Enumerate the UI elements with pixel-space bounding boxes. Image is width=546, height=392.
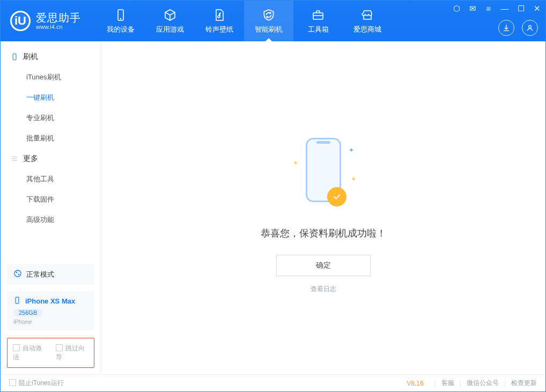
- nav-store[interactable]: 爱思商城: [343, 1, 392, 41]
- sidebar-section-label: 刷机: [23, 52, 38, 62]
- list-icon: [10, 154, 19, 163]
- download-button[interactable]: [498, 20, 514, 36]
- feedback-icon[interactable]: ✉: [468, 4, 477, 13]
- logo[interactable]: iU 爱思助手 www.i4.cn: [1, 11, 91, 31]
- svg-rect-8: [16, 297, 19, 304]
- footer: 阻止iTunes运行 V8.16 | 客服 | 微信公众号 | 检查更新: [1, 374, 545, 391]
- device-type: iPhone: [13, 319, 32, 325]
- sidebar-item-download-firmware[interactable]: 下载固件: [1, 189, 101, 210]
- svg-rect-4: [13, 54, 16, 60]
- svg-point-1: [120, 18, 121, 19]
- device-storage-badge: 256GB: [13, 309, 42, 316]
- nav-smart-flash[interactable]: 智能刷机: [244, 1, 293, 41]
- sparkle-icon: ✦: [293, 159, 298, 167]
- device-mode-card[interactable]: 正常模式: [7, 264, 94, 285]
- success-title: 恭喜您，保资料刷机成功啦！: [261, 227, 386, 240]
- maximize-icon[interactable]: ☐: [517, 4, 525, 13]
- device-name: iPhone XS Max: [25, 297, 75, 305]
- footer-link-support[interactable]: 客服: [441, 379, 454, 388]
- svg-point-5: [14, 270, 21, 277]
- sidebar-item-pro-flash[interactable]: 专业刷机: [1, 108, 101, 128]
- phone-icon: [113, 8, 128, 23]
- footer-link-update[interactable]: 检查更新: [511, 379, 537, 388]
- checkbox-auto-activate[interactable]: 自动激活: [13, 344, 46, 362]
- main-content: ✦ ✦ ✦ 恭喜您，保资料刷机成功啦！ 确定 查看日志: [101, 41, 545, 374]
- sparkle-icon: ✦: [349, 146, 354, 154]
- success-check-icon: [327, 187, 346, 206]
- sidebar-item-advanced[interactable]: 高级功能: [1, 210, 101, 230]
- cube-icon: [163, 8, 178, 23]
- svg-rect-2: [313, 13, 323, 19]
- nav-label: 工具箱: [308, 25, 329, 34]
- mode-icon: [13, 269, 22, 279]
- success-illustration: ✦ ✦ ✦: [294, 138, 353, 213]
- refresh-shield-icon: [261, 8, 276, 23]
- nav-apps-games[interactable]: 应用游戏: [145, 1, 195, 41]
- footer-link-wechat[interactable]: 微信公众号: [467, 379, 499, 388]
- sidebar-item-itunes-flash[interactable]: iTunes刷机: [1, 67, 101, 87]
- logo-text: 爱思助手 www.i4.cn: [36, 12, 81, 30]
- titlebar-controls: ⬡ ✉ ≡ — ☐ ✕: [452, 4, 541, 13]
- music-file-icon: [212, 8, 227, 23]
- sidebar-section-flash: 刷机: [1, 47, 101, 67]
- device-icon: [10, 53, 19, 61]
- header: iU 爱思助手 www.i4.cn 我的设备 应用游戏: [1, 1, 545, 41]
- checkbox-block-itunes[interactable]: 阻止iTunes运行: [9, 379, 64, 388]
- version-label: V8.16: [407, 380, 423, 387]
- store-icon: [360, 8, 375, 23]
- app-window: iU 爱思助手 www.i4.cn 我的设备 应用游戏: [0, 0, 546, 392]
- footer-right: V8.16 | 客服 | 微信公众号 | 检查更新: [407, 379, 537, 388]
- nav-label: 爱思商城: [353, 25, 381, 34]
- phone-icon: [13, 297, 21, 306]
- minimize-icon[interactable]: —: [500, 4, 509, 13]
- nav-ringtone-wallpaper[interactable]: 铃声壁纸: [195, 1, 244, 41]
- nav-label: 智能刷机: [255, 25, 283, 34]
- svg-point-6: [16, 272, 18, 273]
- close-icon[interactable]: ✕: [533, 4, 541, 13]
- toolbox-icon: [311, 8, 326, 23]
- device-card[interactable]: iPhone XS Max 256GB iPhone: [7, 291, 94, 330]
- sidebar-section-more: 更多: [1, 149, 101, 169]
- footer-left: 阻止iTunes运行: [9, 379, 64, 388]
- sidebar-item-other-tools[interactable]: 其他工具: [1, 169, 101, 189]
- tshirt-icon[interactable]: ⬡: [452, 4, 461, 13]
- svg-point-3: [529, 25, 532, 28]
- svg-point-7: [18, 274, 20, 276]
- sparkle-icon: ✦: [351, 175, 356, 183]
- logo-icon: iU: [10, 11, 31, 31]
- flash-options-box: 自动激活 跳过向导: [7, 338, 94, 368]
- sidebar-item-oneclick-flash[interactable]: 一键刷机: [1, 87, 101, 108]
- account-button[interactable]: [522, 20, 538, 36]
- header-right-actions: [498, 20, 538, 36]
- nav-label: 应用游戏: [156, 25, 184, 34]
- checkbox-skip-guide[interactable]: 跳过向导: [56, 344, 89, 362]
- body: 刷机 iTunes刷机 一键刷机 专业刷机 批量刷机 更多 其他工具 下载固件 …: [1, 41, 545, 374]
- mode-label: 正常模式: [26, 270, 54, 279]
- view-log-link[interactable]: 查看日志: [311, 285, 336, 294]
- app-site: www.i4.cn: [36, 24, 81, 30]
- sidebar-item-batch-flash[interactable]: 批量刷机: [1, 128, 101, 149]
- nav-my-device[interactable]: 我的设备: [96, 1, 145, 41]
- top-nav: 我的设备 应用游戏 铃声壁纸 智能刷机: [96, 1, 392, 41]
- nav-label: 我的设备: [107, 25, 135, 34]
- sidebar-section-label: 更多: [23, 154, 38, 164]
- app-name: 爱思助手: [36, 12, 81, 24]
- nav-label: 铃声壁纸: [205, 25, 233, 34]
- menu-icon[interactable]: ≡: [484, 4, 493, 13]
- sidebar: 刷机 iTunes刷机 一键刷机 专业刷机 批量刷机 更多 其他工具 下载固件 …: [1, 41, 101, 374]
- nav-toolbox[interactable]: 工具箱: [293, 1, 343, 41]
- confirm-button[interactable]: 确定: [276, 255, 371, 276]
